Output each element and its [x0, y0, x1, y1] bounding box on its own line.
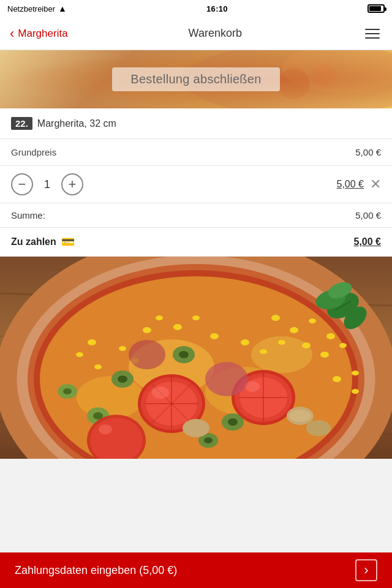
svg-point-43: [228, 418, 238, 426]
svg-point-31: [333, 376, 341, 382]
svg-point-76: [192, 315, 200, 320]
svg-point-21: [309, 318, 316, 323]
svg-point-23: [302, 342, 311, 349]
svg-point-64: [99, 424, 112, 434]
quantity-controls: − 1 +: [11, 173, 83, 195]
banner: Bestellung abschließen: [0, 50, 392, 108]
status-bar: Netzbetreiber ▲ 16:10: [0, 0, 392, 17]
svg-point-20: [290, 327, 298, 333]
svg-point-33: [119, 346, 126, 351]
menu-line-3: [365, 37, 380, 39]
svg-point-19: [271, 315, 280, 321]
minus-icon: −: [18, 178, 26, 191]
svg-point-24: [278, 340, 285, 345]
sum-row: Summe: 5,00 €: [0, 203, 392, 228]
battery-icon: [368, 4, 385, 13]
nav-bar: ‹ Margherita Warenkorb: [0, 17, 392, 50]
base-price-row: Grundpreis 5,00 €: [0, 139, 392, 166]
back-button[interactable]: ‹ Margherita: [10, 27, 68, 40]
cash-icon: 💳: [61, 235, 75, 249]
quantity-increase-button[interactable]: +: [61, 173, 83, 195]
svg-point-67: [306, 420, 331, 436]
svg-point-37: [118, 375, 127, 383]
svg-point-79: [143, 327, 151, 333]
carrier-text: Netzbetreiber: [7, 4, 55, 13]
quantity-price-area: 5,00 € ✕: [337, 176, 381, 192]
svg-point-39: [179, 351, 189, 358]
svg-point-35: [94, 364, 102, 369]
pizza-image: [0, 257, 392, 459]
svg-point-74: [205, 362, 248, 396]
svg-point-17: [77, 376, 144, 419]
quantity-row: − 1 + 5,00 € ✕: [0, 166, 392, 203]
sum-label: Summe:: [11, 210, 45, 221]
svg-point-77: [173, 324, 182, 330]
total-value: 5,00 €: [354, 236, 381, 247]
checkout-label: Zahlungsdaten eingeben (5,00 €): [15, 564, 177, 577]
total-label: Zu zahlen 💳: [11, 235, 75, 249]
quantity-decrease-button[interactable]: −: [11, 173, 33, 195]
item-number: 22.: [11, 117, 32, 130]
svg-point-80: [76, 352, 83, 357]
menu-line-1: [365, 29, 380, 30]
base-price-value: 5,00 €: [355, 147, 381, 157]
svg-point-26: [339, 343, 347, 348]
svg-point-45: [63, 388, 72, 394]
svg-point-25: [320, 352, 329, 358]
back-arrow-icon: ‹: [10, 27, 14, 40]
banner-overlay: Bestellung abschließen: [0, 50, 392, 108]
svg-point-75: [129, 340, 165, 369]
sum-value: 5,00 €: [355, 210, 381, 221]
nav-title: Warenkorb: [189, 27, 242, 40]
svg-point-78: [156, 315, 163, 320]
svg-point-29: [210, 333, 219, 339]
total-text: Zu zahlen: [11, 236, 56, 247]
checkout-arrow-icon: ›: [355, 559, 377, 581]
svg-point-81: [88, 339, 96, 345]
base-price-label: Grundpreis: [11, 147, 56, 157]
svg-point-66: [289, 410, 311, 422]
quantity-value: 1: [44, 178, 50, 191]
svg-point-22: [326, 333, 335, 339]
status-time: 16:10: [206, 4, 228, 13]
item-section: 22. Margherita, 32 cm: [0, 108, 392, 139]
content-area: 22. Margherita, 32 cm Grundpreis 5,00 € …: [0, 108, 392, 459]
svg-point-30: [352, 371, 359, 375]
menu-line-2: [365, 33, 380, 34]
svg-point-27: [241, 339, 249, 345]
back-label: Margherita: [18, 28, 67, 40]
plus-icon: +: [69, 178, 77, 191]
svg-point-32: [352, 389, 359, 394]
item-name: Margherita, 32 cm: [37, 118, 116, 129]
status-carrier: Netzbetreiber ▲: [7, 4, 67, 13]
checkout-bar[interactable]: Zahlungsdaten eingeben (5,00 €) ›: [0, 552, 392, 588]
total-row: Zu zahlen 💳 5,00 €: [0, 228, 392, 257]
status-battery-area: [368, 4, 385, 13]
svg-point-28: [260, 349, 267, 354]
svg-point-55: [152, 386, 169, 399]
banner-text: Bestellung abschließen: [112, 67, 279, 91]
menu-button[interactable]: [363, 26, 382, 41]
remove-item-button[interactable]: ✕: [370, 176, 381, 192]
pizza-svg: [0, 257, 392, 459]
svg-point-47: [204, 437, 213, 443]
item-title: 22. Margherita, 32 cm: [11, 117, 381, 130]
quantity-price: 5,00 €: [337, 179, 364, 190]
wifi-icon: ▲: [58, 4, 67, 13]
svg-point-68: [183, 419, 209, 437]
